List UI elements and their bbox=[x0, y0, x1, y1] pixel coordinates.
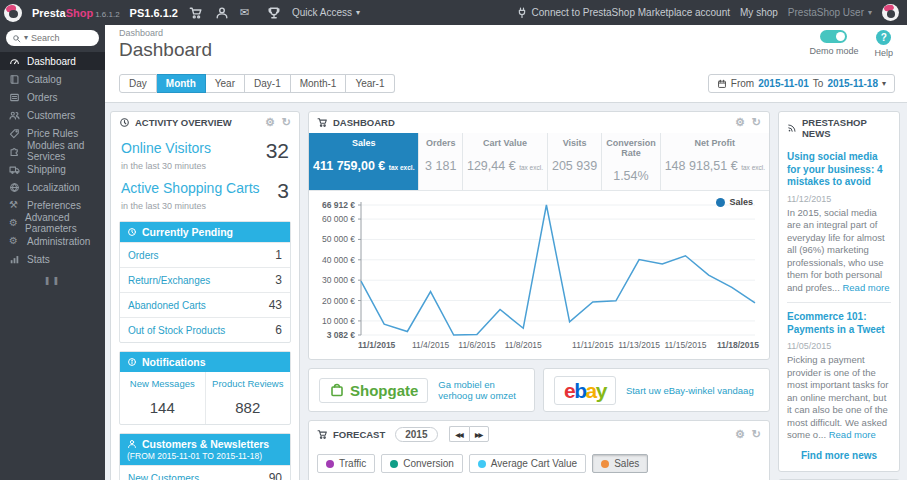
backward-icon[interactable]: ◀◀ bbox=[449, 426, 469, 442]
avatar[interactable] bbox=[882, 4, 899, 21]
shopgate-link[interactable]: Ga mobiel en verhoog uw omzet bbox=[438, 379, 524, 401]
sidebar-search[interactable]: ▾ bbox=[6, 30, 99, 46]
search-icon bbox=[12, 34, 21, 43]
sidebar-item-orders[interactable]: Orders bbox=[0, 88, 105, 106]
my-shop-link[interactable]: My shop bbox=[740, 7, 778, 18]
find-more-news-link[interactable]: Find more news bbox=[779, 444, 899, 471]
shopgate-logo[interactable]: Shopgate bbox=[319, 378, 428, 403]
help-icon[interactable]: ? bbox=[876, 30, 891, 45]
chevron-down-icon[interactable]: ▾ bbox=[24, 34, 28, 42]
kpi-tab-conversion-rate[interactable]: Conversion Rate1.54% bbox=[601, 133, 660, 190]
kpi-tab-visits[interactable]: Visits205 939 bbox=[547, 133, 601, 190]
refresh-icon[interactable]: ↻ bbox=[752, 429, 761, 440]
forward-icon[interactable]: ▶▶ bbox=[469, 426, 489, 442]
kpi-tab-net-profit[interactable]: Net Profit148 918,51 € tax excl. bbox=[660, 133, 769, 190]
legend-traffic-button[interactable]: Traffic bbox=[317, 454, 375, 473]
refresh-icon[interactable]: ↻ bbox=[282, 117, 291, 128]
news-article-date: 11/12/2015 bbox=[787, 194, 891, 204]
pending-row-orders: Orders1 bbox=[120, 242, 290, 267]
page-header: Dashboard Dashboard Demo mode ? Help bbox=[105, 25, 907, 68]
online-visitors-link[interactable]: Online Visitors bbox=[121, 140, 211, 156]
read-more-link[interactable]: Read more bbox=[842, 282, 889, 293]
sidebar-item-advanced-parameters[interactable]: ⚙ Advanced Parameters bbox=[0, 214, 105, 232]
ebay-ad: ebay Start uw eBay-winkel vandaag bbox=[543, 368, 770, 412]
news-article-title[interactable]: Ecommerce 101: Payments in a Tweet bbox=[787, 311, 891, 336]
gear-icon[interactable]: ⚙ bbox=[735, 429, 745, 440]
notifications-block: Notifications New Messages144 Product Re… bbox=[119, 351, 291, 425]
sidebar-item-administration[interactable]: ⚙ Administration bbox=[0, 232, 105, 250]
rss-icon bbox=[787, 123, 797, 133]
legend-conversion-button[interactable]: Conversion bbox=[381, 454, 463, 473]
order-list-icon bbox=[9, 92, 20, 103]
read-more-link[interactable]: Read more bbox=[829, 429, 876, 440]
sidebar-item-localization[interactable]: Localization bbox=[0, 178, 105, 196]
ebay-logo[interactable]: ebay bbox=[554, 376, 616, 405]
kpi-tab-orders[interactable]: Orders3 181 bbox=[418, 133, 462, 190]
divider bbox=[787, 302, 891, 303]
trophy-icon[interactable] bbox=[266, 6, 282, 20]
shopgate-ad: Shopgate Ga mobiel en verhoog uw omzet bbox=[308, 368, 535, 412]
search-input[interactable] bbox=[31, 33, 83, 43]
new-customers-row: New Customers90 bbox=[120, 465, 290, 480]
book-icon bbox=[9, 74, 20, 85]
range-year-button[interactable]: Year bbox=[206, 74, 245, 93]
active-carts-sub: in the last 30 minutes bbox=[111, 201, 299, 213]
legend-average-cart-value-button[interactable]: Average Cart Value bbox=[469, 454, 586, 473]
kpi-tab-sales[interactable]: Sales411 759,00 € tax excl. bbox=[309, 133, 418, 190]
clock-icon bbox=[119, 117, 130, 128]
sidebar-item-modules[interactable]: Modules and Services bbox=[0, 142, 105, 160]
user-menu[interactable]: PrestaShop User▾ bbox=[788, 7, 872, 18]
svg-text:11/11/2015: 11/11/2015 bbox=[572, 340, 614, 350]
news-article-date: 11/05/2015 bbox=[787, 341, 891, 351]
news-article-body: Picking a payment provider is one of the… bbox=[787, 354, 891, 442]
range-month-1-button[interactable]: Month-1 bbox=[291, 74, 347, 93]
cart-icon[interactable] bbox=[188, 6, 204, 20]
range-day-1-button[interactable]: Day-1 bbox=[245, 74, 291, 93]
sidebar-item-catalog[interactable]: Catalog bbox=[0, 70, 105, 88]
customer-icon[interactable] bbox=[214, 6, 230, 20]
gear-icon[interactable]: ⚙ bbox=[265, 117, 275, 128]
demo-mode-toggle[interactable] bbox=[820, 30, 847, 43]
range-day-button[interactable]: Day bbox=[119, 74, 157, 93]
legend-sales-button[interactable]: Sales bbox=[592, 454, 648, 473]
kpi-tab-cart-value[interactable]: Cart Value129,44 € tax excl. bbox=[462, 133, 547, 190]
refresh-icon[interactable]: ↻ bbox=[752, 117, 761, 128]
svg-text:10 000 €: 10 000 € bbox=[322, 316, 355, 326]
cogs-icon: ⚙ bbox=[9, 218, 18, 228]
forecast-panel: FORECAST 2015 ◀◀ ▶▶ ⚙↻ Traffic Conversio… bbox=[308, 420, 770, 480]
wrench-icon: ⚒ bbox=[9, 200, 20, 210]
gear-icon[interactable]: ⚙ bbox=[735, 117, 745, 128]
svg-text:66 912 €: 66 912 € bbox=[322, 200, 355, 210]
marketplace-link[interactable]: Connect to PrestaShop Marketplace accoun… bbox=[516, 7, 730, 19]
ebay-link[interactable]: Start uw eBay-winkel vandaag bbox=[626, 385, 754, 396]
breadcrumb[interactable]: Dashboard bbox=[119, 28, 895, 38]
chart-legend[interactable]: Sales bbox=[716, 197, 753, 207]
page-title: Dashboard bbox=[119, 39, 895, 61]
activity-overview-panel: ACTIVITY OVERVIEW ⚙↻ Online Visitors32 i… bbox=[110, 111, 300, 480]
globe-icon bbox=[9, 182, 20, 193]
news-article-title[interactable]: Using social media for your business: 4 … bbox=[787, 151, 891, 189]
sidebar-item-dashboard[interactable]: Dashboard bbox=[0, 52, 105, 70]
svg-text:30 000 €: 30 000 € bbox=[322, 275, 355, 285]
date-range-picker[interactable]: From2015-11-01 To2015-11-18 ▾ bbox=[708, 74, 895, 93]
sidebar-item-shipping[interactable]: Shipping bbox=[0, 160, 105, 178]
active-carts-link[interactable]: Active Shopping Carts bbox=[121, 180, 260, 196]
people-icon bbox=[9, 110, 20, 121]
svg-text:11/4/2015: 11/4/2015 bbox=[412, 340, 449, 350]
kpi-tabs: Sales411 759,00 € tax excl. Orders3 181 … bbox=[309, 133, 769, 191]
svg-text:11/15/2015: 11/15/2015 bbox=[665, 340, 707, 350]
prestashop-news-panel: PRESTASHOP NEWS Using social media for y… bbox=[778, 111, 900, 472]
active-carts-value: 3 bbox=[277, 180, 289, 201]
messages-icon[interactable]: ✉ bbox=[240, 7, 256, 18]
pending-row-out-of-stock: Out of Stock Products6 bbox=[120, 317, 290, 342]
chart-canvas: 3 082 €10 000 €20 000 €30 000 €40 000 €5… bbox=[317, 197, 761, 355]
sidebar-collapse-handle[interactable]: ❚❚ bbox=[0, 276, 105, 285]
range-year-1-button[interactable]: Year-1 bbox=[346, 74, 394, 93]
sidebar-item-customers[interactable]: Customers bbox=[0, 106, 105, 124]
admin-gear-icon: ⚙ bbox=[9, 236, 20, 246]
sidebar-item-stats[interactable]: Stats bbox=[0, 250, 105, 268]
range-month-button[interactable]: Month bbox=[157, 74, 206, 93]
info-icon bbox=[127, 357, 137, 367]
person-icon bbox=[127, 439, 137, 449]
quick-access-menu[interactable]: Quick Access▾ bbox=[292, 7, 360, 18]
